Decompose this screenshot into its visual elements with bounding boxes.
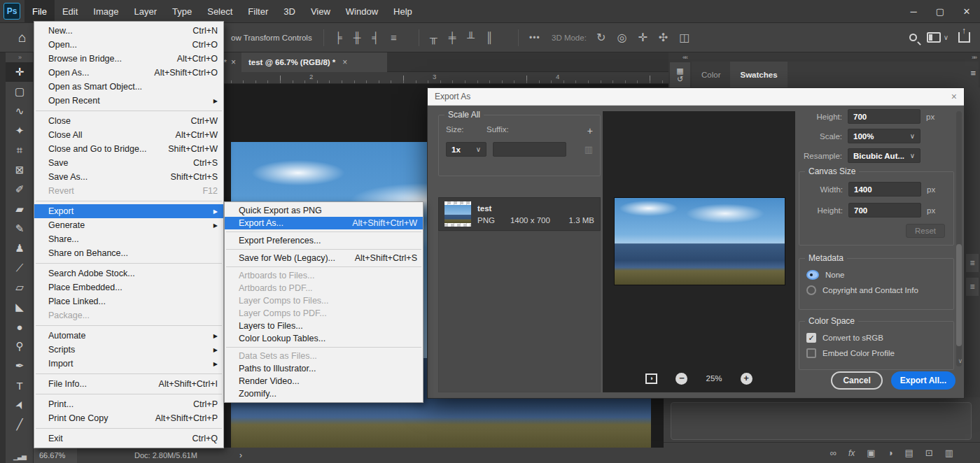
dialog-title-bar[interactable]: Export As × xyxy=(428,88,964,106)
menu-item-layers-to-files[interactable]: Layers to Files... xyxy=(225,320,423,332)
preview-zoom-level[interactable]: 25% xyxy=(706,374,722,383)
layer-mask-icon[interactable]: ▣ xyxy=(867,448,875,458)
menubar-item-view[interactable]: View xyxy=(303,0,338,23)
3d-roll-icon[interactable]: ◎ xyxy=(617,31,626,44)
menu-item-color-lookup-tables[interactable]: Color Lookup Tables... xyxy=(225,332,423,345)
menu-item-automate[interactable]: Automate▶ xyxy=(34,329,223,343)
panel-tab-swatches[interactable]: Swatches xyxy=(730,62,787,87)
dock-collapse-icon[interactable]: «« xyxy=(682,54,687,61)
zoom-out-button[interactable]: − xyxy=(676,373,687,385)
clone-stamp-tool[interactable]: ♟ xyxy=(6,238,34,258)
dock-expand-icon[interactable]: »» xyxy=(972,54,976,61)
menu-item-import[interactable]: Import▶ xyxy=(34,357,223,371)
scale-select[interactable]: 100% ∨ xyxy=(848,129,920,143)
menu-item-layer-comps-to-files[interactable]: Layer Comps to Files... xyxy=(225,294,423,307)
share-icon[interactable] xyxy=(958,32,970,43)
3d-slide-icon[interactable]: ✣ xyxy=(659,31,668,44)
menu-item-export[interactable]: Export▶ xyxy=(34,204,223,218)
workspace-icon[interactable] xyxy=(927,32,941,43)
align-center-icon[interactable]: ≡ xyxy=(391,31,397,43)
marquee-tool[interactable]: ▢ xyxy=(6,82,34,101)
panel-tab-color[interactable]: Color xyxy=(692,62,730,87)
close-icon[interactable]: × xyxy=(951,91,957,102)
menu-item-exit[interactable]: ExitCtrl+Q xyxy=(34,432,223,446)
adjustment-layer-icon[interactable]: ◑ xyxy=(888,448,893,458)
more-options-icon[interactable]: ••• xyxy=(529,33,540,43)
menubar-item-filter[interactable]: Filter xyxy=(240,0,276,23)
menu-item-file-info[interactable]: File Info...Alt+Shift+Ctrl+I xyxy=(34,377,223,391)
menu-item-share[interactable]: Share... xyxy=(34,232,223,246)
menubar-item-edit[interactable]: Edit xyxy=(55,0,85,23)
link-layers-icon[interactable]: ∞ xyxy=(830,448,836,458)
chevron-down-icon[interactable]: ∨ xyxy=(944,34,948,41)
metadata-option-copyright-and-contact-info[interactable]: Copyright and Contact Info xyxy=(806,285,946,295)
menu-item-close-all[interactable]: Close AllAlt+Ctrl+W xyxy=(34,128,223,142)
menu-item-close[interactable]: CloseCtrl+W xyxy=(34,114,223,128)
radio-unselected-icon[interactable] xyxy=(806,285,816,295)
panel-menu-icon[interactable]: ≡ xyxy=(970,68,976,78)
pencil-tool[interactable]: ✎ xyxy=(6,219,34,238)
colorspace-option-embed-color-profile[interactable]: Embed Color Profile xyxy=(806,348,946,358)
paint-bucket-tool[interactable]: ◣ xyxy=(6,297,34,317)
dialog-scrollbar[interactable] xyxy=(956,111,962,366)
add-scale-icon[interactable]: + xyxy=(587,125,593,136)
collapsed-panel-icon[interactable]: ≡ xyxy=(966,254,979,272)
crop-tool[interactable]: ⌗ xyxy=(6,141,34,160)
metadata-option-none[interactable]: None xyxy=(806,270,946,280)
brush-tool[interactable]: ⟋ xyxy=(6,258,34,278)
menubar-item-image[interactable]: Image xyxy=(85,0,126,23)
align-top-edges-icon[interactable]: ╥ xyxy=(430,31,438,43)
size-select[interactable]: 1x ∨ xyxy=(446,142,486,157)
menu-item-scripts[interactable]: Scripts▶ xyxy=(34,343,223,357)
transparency-toggle-icon[interactable]: ◗ xyxy=(645,373,657,384)
new-layer-icon[interactable]: ⊡ xyxy=(925,448,933,458)
align-bottom-edges-icon[interactable]: ╨ xyxy=(467,31,475,43)
menu-item-package[interactable]: Package... xyxy=(34,308,223,322)
close-tab-icon[interactable]: × xyxy=(342,57,347,67)
layer-effects-icon[interactable]: fx xyxy=(848,448,855,458)
align-right-edges-icon[interactable]: ╡ xyxy=(372,31,379,43)
menu-item-open-as[interactable]: Open As...Alt+Shift+Ctrl+O xyxy=(34,66,223,80)
home-icon[interactable]: ⌂ xyxy=(18,30,26,45)
collapsed-panel-dock[interactable]: ▦ ↺ xyxy=(670,62,690,87)
menu-item-render-video[interactable]: Render Video... xyxy=(225,375,423,387)
toolbar-collapse-icon[interactable]: » xyxy=(6,52,33,62)
align-left-edges-icon[interactable]: ╞ xyxy=(335,31,342,43)
export-all-button[interactable]: Export All... xyxy=(891,371,955,390)
menubar-item-window[interactable]: Window xyxy=(338,0,386,23)
3d-orbit-icon[interactable]: ↻ xyxy=(596,31,606,44)
quick-selection-tool[interactable]: ✦ xyxy=(6,121,34,141)
3d-pan-icon[interactable]: ✛ xyxy=(638,31,647,44)
status-options-chevron[interactable]: › xyxy=(239,450,242,460)
menu-item-close-and-go-to-bridge[interactable]: Close and Go to Bridge...Shift+Ctrl+W xyxy=(34,142,223,156)
3d-camera-icon[interactable]: ◫ xyxy=(679,31,690,44)
menu-item-browse-in-bridge[interactable]: Browse in Bridge...Alt+Ctrl+O xyxy=(34,52,223,66)
type-tool[interactable]: T xyxy=(6,376,34,395)
menu-item-print[interactable]: Print...Ctrl+P xyxy=(34,397,223,411)
menu-item-artboards-to-pdf[interactable]: Artboards to PDF... xyxy=(225,282,423,294)
align-horizontal-centers-icon[interactable]: ╫ xyxy=(354,31,361,43)
delete-layer-icon[interactable]: ▥ xyxy=(945,448,953,458)
menu-item-zoomify[interactable]: Zoomify... xyxy=(225,387,423,400)
close-tab-icon[interactable]: × xyxy=(231,57,236,67)
menu-item-save[interactable]: SaveCtrl+S xyxy=(34,156,223,170)
menu-item-data-sets-as-files[interactable]: Data Sets as Files... xyxy=(225,350,423,362)
menu-item-share-on-behance[interactable]: Share on Behance... xyxy=(34,246,223,260)
menu-item-open-recent[interactable]: Open Recent▶ xyxy=(34,94,223,108)
menubar-item-type[interactable]: Type xyxy=(164,0,200,23)
blur-tool[interactable]: ● xyxy=(6,317,34,336)
radio-selected-icon[interactable] xyxy=(806,270,819,280)
eraser-tool[interactable]: ▱ xyxy=(6,278,34,297)
scrollbar-thumb[interactable] xyxy=(956,244,962,346)
path-selection-tool[interactable]: ➤ xyxy=(6,395,34,415)
menu-item-export-preferences[interactable]: Export Preferences... xyxy=(225,234,423,247)
align-vertical-centers-icon[interactable]: ╪ xyxy=(449,31,456,43)
search-icon[interactable] xyxy=(909,34,917,41)
healing-brush-tool[interactable]: ▰ xyxy=(6,199,34,219)
checkbox-unchecked-icon[interactable] xyxy=(806,348,816,358)
menu-item-layer-comps-to-pdf[interactable]: Layer Comps to PDF... xyxy=(225,307,423,320)
eyedropper-tool[interactable]: ✐ xyxy=(6,180,34,199)
menu-item-generate[interactable]: Generate▶ xyxy=(34,218,223,232)
dodge-tool[interactable]: ⚲ xyxy=(6,336,34,356)
zoom-in-button[interactable]: + xyxy=(741,373,752,385)
